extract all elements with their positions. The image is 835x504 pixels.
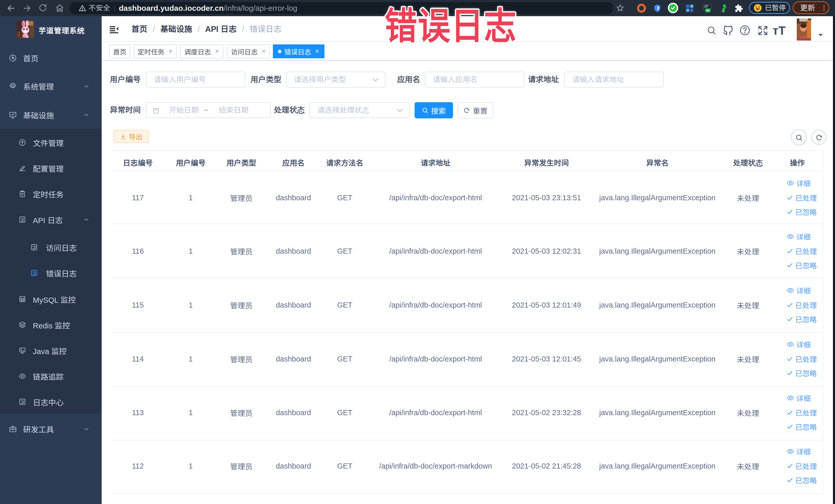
svg-text:on: on [707,9,710,12]
